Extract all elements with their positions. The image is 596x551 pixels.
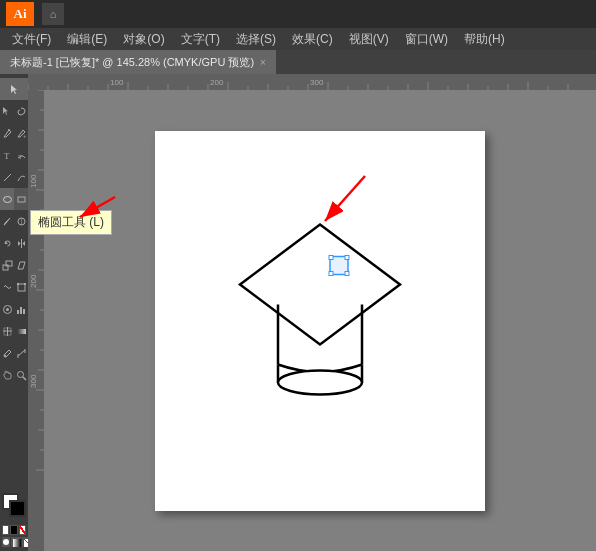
pen-add-tool[interactable]: + xyxy=(14,122,28,144)
ai-logo: Ai xyxy=(6,2,34,26)
tool-row-ellipse xyxy=(0,188,28,210)
active-tab[interactable]: 未标题-1 [已恢复]* @ 145.28% (CMYK/GPU 预览) × xyxy=(0,50,276,74)
ellipse-tool[interactable] xyxy=(0,188,14,210)
pen-tool[interactable] xyxy=(0,122,14,144)
svg-marker-0 xyxy=(11,85,17,94)
eyedropper-tool[interactable] xyxy=(0,342,14,364)
white-swatch[interactable] xyxy=(2,525,9,535)
stroke-fill-indicator[interactable] xyxy=(2,493,26,523)
svg-text:100: 100 xyxy=(29,174,38,188)
symbol-tool[interactable] xyxy=(0,298,14,320)
tool-row-1 xyxy=(0,78,28,100)
svg-text:300: 300 xyxy=(310,78,324,87)
svg-rect-22 xyxy=(17,310,19,314)
tool-row-4: T T xyxy=(0,144,28,166)
menu-type[interactable]: 文字(T) xyxy=(173,29,228,50)
svg-rect-98 xyxy=(329,271,333,275)
svg-marker-1 xyxy=(3,107,8,115)
path-type-tool[interactable]: T xyxy=(14,144,28,166)
graduation-cap xyxy=(210,204,430,437)
shear-tool[interactable] xyxy=(14,254,28,276)
svg-rect-19 xyxy=(24,283,26,285)
rectangle-tool[interactable] xyxy=(14,188,28,210)
ruler-left: 100 200 300 xyxy=(28,90,44,551)
tab-label: 未标题-1 [已恢复]* @ 145.28% (CMYK/GPU 预览) xyxy=(10,55,254,70)
menu-help[interactable]: 帮助(H) xyxy=(456,29,513,50)
graph-tool[interactable] xyxy=(14,298,28,320)
svg-marker-90 xyxy=(240,224,400,344)
main-area: + T T xyxy=(0,74,596,551)
svg-line-27 xyxy=(4,355,6,357)
mesh-tool[interactable] xyxy=(0,320,14,342)
svg-rect-24 xyxy=(23,309,25,314)
svg-marker-14 xyxy=(22,241,25,246)
arc-tool[interactable] xyxy=(14,166,28,188)
none-swatch[interactable] xyxy=(19,525,26,535)
svg-rect-96 xyxy=(329,255,333,259)
scale-tool[interactable] xyxy=(0,254,14,276)
svg-text:300: 300 xyxy=(29,374,38,388)
svg-point-2 xyxy=(8,129,10,131)
svg-text:200: 200 xyxy=(210,78,224,87)
measure-tool[interactable] xyxy=(14,342,28,364)
direct-select-tool[interactable] xyxy=(0,100,14,122)
tool-row-8 xyxy=(0,232,28,254)
svg-point-31 xyxy=(17,371,23,377)
menu-effect[interactable]: 效果(C) xyxy=(284,29,341,50)
svg-rect-8 xyxy=(18,197,25,202)
svg-text:T: T xyxy=(4,151,10,161)
tool-row-12 xyxy=(0,320,28,342)
home-button[interactable]: ⌂ xyxy=(42,3,64,25)
tool-row-10 xyxy=(0,276,28,298)
menu-select[interactable]: 选择(S) xyxy=(228,29,284,50)
svg-text:+: + xyxy=(23,133,27,139)
tool-row-7 xyxy=(0,210,28,232)
warp-tool[interactable] xyxy=(0,276,14,298)
tab-close-button[interactable]: × xyxy=(260,57,266,68)
menu-object[interactable]: 对象(O) xyxy=(115,29,172,50)
paintbrush-tool[interactable] xyxy=(0,210,14,232)
svg-rect-99 xyxy=(345,271,349,275)
zoom-tool[interactable] xyxy=(14,364,28,386)
gradient-tool[interactable] xyxy=(14,320,28,342)
svg-rect-17 xyxy=(18,284,25,291)
menu-view[interactable]: 视图(V) xyxy=(341,29,397,50)
stroke-color[interactable] xyxy=(9,500,26,517)
blob-tool[interactable] xyxy=(14,210,28,232)
svg-line-32 xyxy=(23,377,26,380)
lasso-tool[interactable] xyxy=(14,100,28,122)
tool-row-5 xyxy=(0,166,28,188)
svg-rect-23 xyxy=(20,307,22,314)
black-swatch[interactable] xyxy=(10,525,17,535)
color-mode-btn[interactable] xyxy=(2,537,10,547)
select-tool[interactable] xyxy=(0,78,28,100)
hand-tool[interactable] xyxy=(0,364,14,386)
svg-line-6 xyxy=(4,174,11,181)
tool-row-13 xyxy=(0,342,28,364)
svg-text:200: 200 xyxy=(29,274,38,288)
tool-row-14 xyxy=(0,364,28,386)
tool-row-2 xyxy=(0,100,28,122)
menu-edit[interactable]: 编辑(E) xyxy=(59,29,115,50)
reflect-tool[interactable] xyxy=(14,232,28,254)
menu-file[interactable]: 文件(F) xyxy=(4,29,59,50)
svg-point-7 xyxy=(3,196,11,202)
menu-bar: 文件(F) 编辑(E) 对象(O) 文字(T) 选择(S) 效果(C) 视图(V… xyxy=(0,28,596,50)
type-tool[interactable]: T xyxy=(0,144,14,166)
menu-window[interactable]: 窗口(W) xyxy=(397,29,456,50)
color-swatches xyxy=(0,489,28,551)
tab-bar: 未标题-1 [已恢复]* @ 145.28% (CMYK/GPU 预览) × xyxy=(0,50,596,74)
mini-swatches xyxy=(2,525,26,535)
svg-text:100: 100 xyxy=(110,78,124,87)
free-transform-tool[interactable] xyxy=(14,276,28,298)
tool-row-11 xyxy=(0,298,28,320)
tool-row-9 xyxy=(0,254,28,276)
line-tool[interactable] xyxy=(0,166,14,188)
mode-buttons xyxy=(2,537,26,547)
canvas-area: 100 200 300 100 200 300 xyxy=(28,74,596,551)
gradient-mode-btn[interactable] xyxy=(11,537,21,547)
svg-line-28 xyxy=(18,350,25,356)
title-bar: Ai ⌂ xyxy=(0,0,596,28)
rotate-tool[interactable] xyxy=(0,232,14,254)
artboard xyxy=(155,131,485,511)
